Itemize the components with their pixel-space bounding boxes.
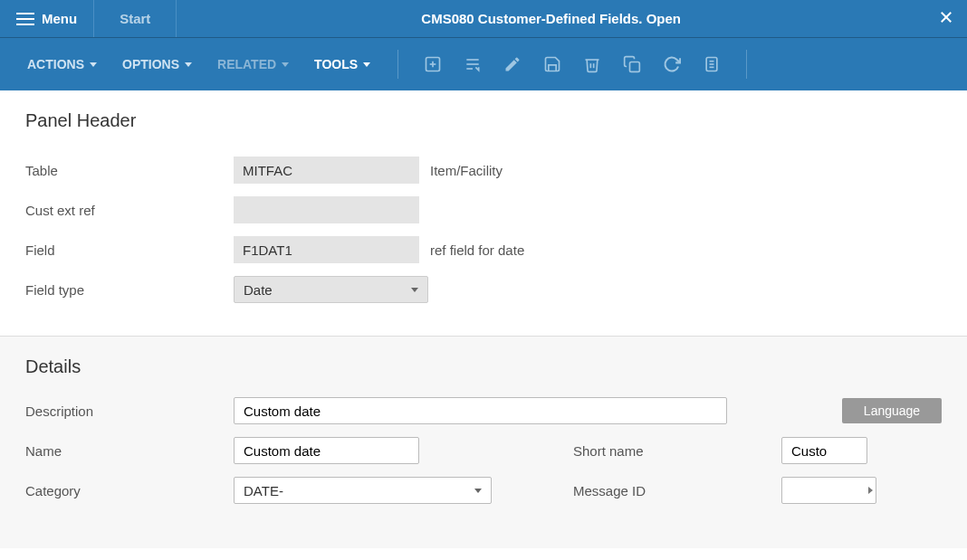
refresh-button[interactable] bbox=[662, 54, 682, 74]
pencil-icon bbox=[503, 55, 522, 73]
table-field bbox=[234, 157, 419, 184]
menu-actions[interactable]: ACTIONS bbox=[18, 50, 106, 79]
close-button[interactable] bbox=[925, 7, 967, 31]
field-field bbox=[234, 236, 419, 263]
svg-rect-10 bbox=[630, 62, 640, 72]
label-category: Category bbox=[25, 483, 234, 498]
label-message-id: Message ID bbox=[573, 483, 781, 498]
menu-actions-label: ACTIONS bbox=[27, 57, 84, 71]
field-type-select[interactable]: Date bbox=[234, 276, 428, 303]
row-category: Category DATE- Message ID bbox=[25, 477, 942, 504]
menu-options[interactable]: OPTIONS bbox=[113, 50, 201, 79]
separator bbox=[746, 50, 747, 79]
field-type-value: Date bbox=[244, 282, 273, 298]
save-button[interactable] bbox=[542, 54, 562, 74]
cust-ext-ref-field bbox=[234, 196, 419, 223]
category-value: DATE- bbox=[244, 483, 283, 498]
details-title: Details bbox=[25, 356, 942, 377]
label-cust-ext-ref: Cust ext ref bbox=[25, 203, 234, 218]
short-name-input[interactable] bbox=[781, 437, 867, 464]
label-table: Table bbox=[25, 163, 234, 178]
field-desc: ref field for date bbox=[430, 242, 524, 258]
row-cust-ext-ref: Cust ext ref bbox=[25, 196, 942, 223]
menu-related[interactable]: RELATED bbox=[208, 50, 298, 79]
language-button[interactable]: Language bbox=[842, 398, 942, 423]
refresh-icon bbox=[663, 55, 681, 73]
name-input[interactable] bbox=[234, 437, 419, 464]
message-id-lookup[interactable] bbox=[781, 477, 876, 504]
chevron-down-icon bbox=[282, 62, 289, 67]
table-desc: Item/Facility bbox=[430, 163, 503, 178]
label-field: Field bbox=[25, 242, 234, 258]
row-name: Name Short name bbox=[25, 437, 942, 464]
save-icon bbox=[543, 55, 561, 73]
copy-button[interactable] bbox=[622, 54, 642, 74]
start-label: Start bbox=[120, 11, 150, 26]
menu-bar: ACTIONS OPTIONS RELATED TOOLS bbox=[0, 38, 967, 90]
new-button[interactable] bbox=[423, 54, 443, 74]
panel-header-title: Panel Header bbox=[25, 110, 942, 131]
close-icon bbox=[938, 9, 954, 25]
start-button[interactable]: Start bbox=[94, 0, 177, 37]
menu-tools-label: TOOLS bbox=[314, 57, 358, 71]
title-bar: Menu Start CMS080 Customer-Defined Field… bbox=[0, 0, 967, 38]
label-name: Name bbox=[25, 443, 234, 459]
clipboard-icon bbox=[703, 55, 721, 73]
notes-button[interactable] bbox=[702, 54, 722, 74]
description-input[interactable] bbox=[234, 397, 727, 424]
row-field-type: Field type Date bbox=[25, 276, 942, 303]
panel-header-section: Panel Header Table Item/Facility Cust ex… bbox=[0, 90, 967, 336]
chevron-down-icon bbox=[474, 489, 482, 493]
label-field-type: Field type bbox=[25, 282, 234, 298]
language-label: Language bbox=[864, 403, 920, 418]
row-description: Description Language bbox=[25, 397, 942, 424]
delete-button[interactable] bbox=[582, 54, 602, 74]
copy-icon bbox=[623, 55, 641, 73]
separator bbox=[397, 50, 398, 79]
row-field: Field ref field for date bbox=[25, 236, 942, 263]
menu-options-label: OPTIONS bbox=[122, 57, 179, 71]
hamburger-icon bbox=[16, 13, 34, 25]
chevron-down-icon bbox=[411, 288, 418, 292]
message-id-input[interactable] bbox=[781, 477, 876, 504]
page-title: CMS080 Customer-Defined Fields. Open bbox=[177, 11, 925, 26]
trash-icon bbox=[583, 55, 601, 73]
list-button[interactable] bbox=[463, 54, 483, 74]
chevron-down-icon bbox=[363, 62, 370, 67]
label-short-name: Short name bbox=[573, 443, 781, 459]
list-icon bbox=[464, 55, 482, 73]
label-description: Description bbox=[25, 403, 234, 419]
plus-square-icon bbox=[424, 55, 442, 73]
menu-button[interactable]: Menu bbox=[0, 0, 94, 37]
details-section: Details Description Language Name Short … bbox=[0, 336, 967, 548]
chevron-down-icon bbox=[185, 62, 192, 67]
chevron-down-icon bbox=[90, 62, 97, 67]
edit-button[interactable] bbox=[503, 54, 522, 74]
menu-tools[interactable]: TOOLS bbox=[305, 50, 379, 79]
menu-related-label: RELATED bbox=[217, 57, 276, 71]
row-table: Table Item/Facility bbox=[25, 157, 942, 184]
menu-label: Menu bbox=[42, 11, 77, 26]
category-select[interactable]: DATE- bbox=[234, 477, 492, 504]
